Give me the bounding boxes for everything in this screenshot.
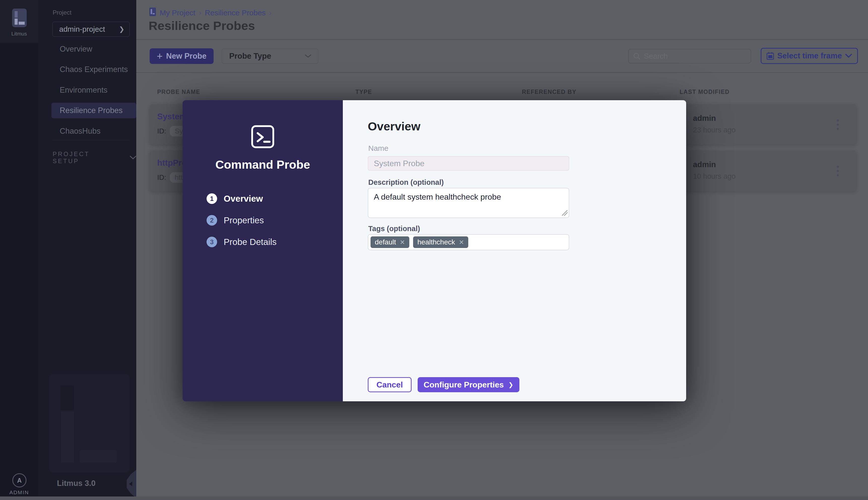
rail-logo-block: Litmus bbox=[0, 0, 38, 43]
modified-time: 23 hours ago bbox=[693, 126, 735, 134]
sidebar-item-label: Chaos Experiments bbox=[60, 65, 128, 74]
project-select[interactable]: admin-project ❯ bbox=[53, 22, 130, 37]
sidebar-item-label: ChaosHubs bbox=[60, 127, 101, 136]
description-label: Description (optional) bbox=[368, 178, 444, 186]
breadcrumb-separator: › bbox=[199, 9, 201, 17]
remove-tag-icon[interactable]: ✕ bbox=[400, 239, 405, 246]
breadcrumb: My Project › Resilience Probes › bbox=[160, 9, 272, 17]
bottom-edge-bar bbox=[0, 497, 868, 500]
step-number: 1 bbox=[206, 193, 217, 204]
modified-time: 10 hours ago bbox=[693, 172, 735, 181]
search-box bbox=[628, 49, 751, 64]
probe-name-link[interactable]: httpPro bbox=[157, 158, 187, 168]
logo-bar bbox=[153, 13, 155, 14]
collapse-arrow-icon bbox=[129, 481, 132, 486]
logo-bar bbox=[151, 9, 152, 14]
row-menu-button[interactable] bbox=[833, 163, 843, 179]
calendar-icon bbox=[766, 52, 774, 60]
logo-bar bbox=[15, 19, 18, 25]
configure-properties-label: Configure Properties bbox=[424, 380, 504, 389]
user-avatar[interactable]: A bbox=[12, 473, 26, 487]
probe-type-dropdown[interactable]: Probe Type bbox=[222, 48, 318, 64]
description-textarea[interactable]: A default system healthcheck probe bbox=[368, 188, 569, 218]
remove-tag-icon[interactable]: ✕ bbox=[459, 239, 464, 246]
logo-bar bbox=[19, 22, 25, 25]
divider bbox=[136, 72, 868, 73]
chevron-down-icon bbox=[845, 54, 852, 58]
column-header-type: TYPE bbox=[356, 89, 372, 95]
modified-by: admin bbox=[693, 160, 716, 169]
step-label: Probe Details bbox=[224, 237, 277, 247]
resize-handle-icon[interactable] bbox=[562, 210, 567, 216]
ghost-block bbox=[61, 412, 74, 463]
sidebar-item-chaoshubs[interactable]: ChaosHubs bbox=[52, 123, 136, 139]
tags-input[interactable]: default ✕ healthcheck ✕ bbox=[368, 234, 569, 250]
tag-chip: healthcheck ✕ bbox=[413, 236, 468, 248]
probe-type-label: Probe Type bbox=[229, 52, 271, 61]
chevron-right-icon: ❯ bbox=[508, 381, 513, 388]
probe-name-link[interactable]: System bbox=[157, 112, 187, 121]
form-heading: Overview bbox=[368, 120, 420, 133]
litmus-app: Litmus A ADMIN Project admin-project ❯ O… bbox=[0, 0, 868, 500]
time-frame-label: Select time frame bbox=[777, 52, 842, 60]
step-label: Properties bbox=[224, 215, 264, 225]
sidebar-item-environments[interactable]: Environments bbox=[52, 82, 136, 98]
project-label: Project bbox=[53, 9, 71, 16]
description-field-wrap: A default system healthcheck probe bbox=[368, 188, 569, 218]
new-probe-label: New Probe bbox=[166, 52, 206, 61]
search-icon bbox=[633, 53, 640, 60]
modified-by: admin bbox=[693, 114, 716, 123]
chevron-down-icon bbox=[130, 156, 136, 160]
id-label: ID: bbox=[157, 127, 166, 135]
page-title: Resilience Probes bbox=[149, 19, 255, 33]
step-probe-details[interactable]: 3 Probe Details bbox=[206, 237, 277, 247]
tag-text: default bbox=[375, 238, 396, 246]
step-properties[interactable]: 2 Properties bbox=[206, 215, 264, 226]
column-header-last-modified: LAST MODIFIED bbox=[679, 89, 730, 95]
id-label: ID: bbox=[157, 173, 166, 182]
new-probe-button[interactable]: + New Probe bbox=[150, 48, 214, 64]
step-overview[interactable]: 1 Overview bbox=[206, 193, 263, 204]
sidebar-item-label: Environments bbox=[60, 86, 108, 95]
litmus-logo-icon[interactable] bbox=[12, 9, 27, 27]
cancel-button[interactable]: Cancel bbox=[368, 377, 412, 392]
sidebar-item-chaos-experiments[interactable]: Chaos Experiments bbox=[52, 62, 136, 77]
terminal-icon bbox=[250, 124, 275, 149]
row-menu-button[interactable] bbox=[833, 116, 843, 133]
litmus-brand-label: Litmus bbox=[0, 31, 38, 37]
user-role-label: ADMIN bbox=[0, 489, 38, 496]
breadcrumb-separator: › bbox=[269, 9, 272, 17]
tags-label: Tags (optional) bbox=[368, 225, 420, 233]
breadcrumb-my-project[interactable]: My Project bbox=[160, 9, 195, 17]
logo-bar bbox=[15, 11, 18, 18]
create-probe-modal: Command Probe 1 Overview 2 Properties 3 … bbox=[183, 100, 686, 401]
sidebar-ghost-card bbox=[49, 374, 130, 473]
ghost-block bbox=[80, 450, 117, 463]
modal-stepper-panel: Command Probe 1 Overview 2 Properties 3 … bbox=[183, 100, 343, 401]
step-number: 3 bbox=[206, 237, 217, 247]
search-input[interactable] bbox=[644, 52, 746, 60]
chevron-right-icon: ❯ bbox=[119, 25, 124, 33]
sidebar-item-overview[interactable]: Overview bbox=[52, 41, 136, 57]
probe-type-title: Command Probe bbox=[183, 158, 343, 171]
select-time-frame-button[interactable]: Select time frame bbox=[761, 48, 858, 64]
column-header-probe-name: PROBE NAME bbox=[157, 89, 200, 95]
icon-rail: Litmus A ADMIN bbox=[0, 0, 38, 500]
step-label: Overview bbox=[224, 194, 263, 204]
name-input[interactable] bbox=[368, 156, 569, 171]
breadcrumb-resilience-probes[interactable]: Resilience Probes bbox=[205, 9, 266, 17]
ghost-block bbox=[60, 385, 74, 410]
sidebar-item-resilience-probes[interactable]: Resilience Probes bbox=[52, 103, 136, 118]
sidebar-item-label: Overview bbox=[60, 45, 92, 54]
step-number: 2 bbox=[206, 215, 217, 226]
divider bbox=[136, 39, 868, 40]
name-label: Name bbox=[368, 144, 388, 152]
sidebar-item-label: Resilience Probes bbox=[60, 106, 123, 115]
chevron-down-icon bbox=[305, 54, 311, 58]
plus-icon: + bbox=[157, 51, 162, 61]
project-setup-toggle[interactable]: PROJECT SETUP bbox=[53, 150, 136, 164]
tag-chip: default ✕ bbox=[371, 236, 409, 248]
tag-text: healthcheck bbox=[417, 238, 455, 246]
sidebar: Project admin-project ❯ Overview Chaos E… bbox=[38, 0, 136, 500]
configure-properties-button[interactable]: Configure Properties ❯ bbox=[418, 377, 519, 392]
